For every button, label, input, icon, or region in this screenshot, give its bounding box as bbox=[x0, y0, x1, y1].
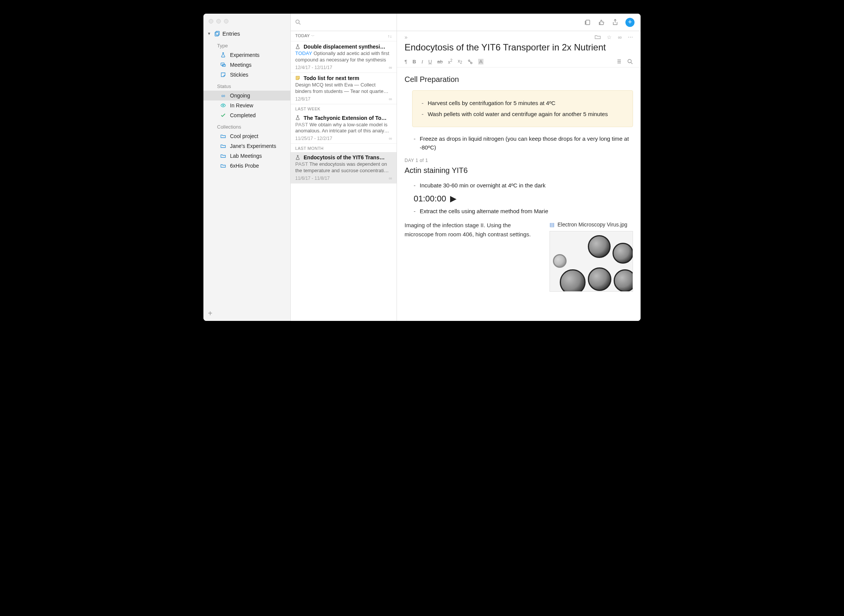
entry-date: 12/4/17 - 12/11/17 bbox=[295, 65, 332, 70]
svg-point-9 bbox=[628, 60, 631, 63]
window-controls bbox=[203, 14, 290, 27]
entry-list-item[interactable]: Double displacement synthesi…TODAY Optio… bbox=[291, 41, 397, 73]
search-input[interactable] bbox=[303, 19, 392, 25]
sidebar-item-meetings[interactable]: Meetings bbox=[203, 60, 290, 70]
sidebar-item-6xhis-probe[interactable]: 6xHis Probe bbox=[203, 161, 290, 171]
sidebar-item-completed[interactable]: Completed bbox=[203, 110, 290, 120]
imaging-text: Imaging of the infection stage II. Using… bbox=[405, 221, 540, 239]
list-search-bar bbox=[291, 14, 397, 31]
sidebar-item-label: Cool project bbox=[230, 133, 258, 139]
infinity-icon[interactable]: ∞ bbox=[618, 34, 622, 40]
sidebar-section-type-label: Type bbox=[203, 39, 290, 50]
infinity-icon: ∞ bbox=[389, 96, 392, 102]
note-meta-bar: » ☆ ∞ ⋯ bbox=[397, 31, 641, 42]
traffic-zoom[interactable] bbox=[224, 19, 228, 24]
sidebar-item-label: Meetings bbox=[230, 62, 252, 68]
content-toolbar: + bbox=[397, 14, 641, 31]
sidebar-item-label: Jane's Experiments bbox=[230, 143, 276, 149]
entry-list-item[interactable]: The Tachyonic Extension of To…PAST We ob… bbox=[291, 113, 397, 144]
infinity-icon: ∞ bbox=[389, 136, 392, 141]
sidebar-item-stickies[interactable]: Stickies bbox=[203, 70, 290, 80]
bold-button[interactable]: B bbox=[413, 59, 416, 64]
sidebar-item-label: Lab Meetings bbox=[230, 153, 262, 159]
timer[interactable]: 01:00:00 ▶ bbox=[414, 192, 633, 205]
callout-block: Harvest cells by centrifugation for 5 mi… bbox=[412, 90, 633, 127]
svg-rect-0 bbox=[215, 32, 218, 36]
list-sort-header: TODAY ﹀ ↑↓ bbox=[291, 31, 397, 41]
attachment-block[interactable]: ▤ Electron Microscopy Virus.jpg bbox=[550, 221, 633, 292]
svg-point-4 bbox=[223, 105, 224, 106]
traffic-close[interactable] bbox=[209, 19, 213, 24]
entry-list-item[interactable]: Todo list for next termDesign MCQ test w… bbox=[291, 73, 397, 104]
superscript-button[interactable]: x2 bbox=[448, 58, 453, 65]
disclosure-triangle-icon[interactable]: ▼ bbox=[207, 31, 211, 36]
italic-button[interactable]: I bbox=[421, 59, 423, 65]
entry-title: Double displacement synthesi… bbox=[304, 44, 386, 50]
sidebar-root-label: Entries bbox=[222, 30, 240, 37]
attachment-filename: Electron Microscopy Virus.jpg bbox=[557, 221, 627, 229]
eye-icon bbox=[220, 103, 226, 108]
infinity-icon: ∞ bbox=[389, 65, 392, 70]
list-group-label: LAST MONTH bbox=[291, 144, 397, 152]
thumbs-up-icon[interactable] bbox=[598, 19, 605, 26]
entry-preview: TODAY Optionally add acetic acid with fi… bbox=[295, 50, 392, 63]
entry-date: 11/6/17 - 11/8/17 bbox=[295, 176, 330, 181]
link-button[interactable] bbox=[468, 59, 473, 64]
sidebar-item-label: 6xHis Probe bbox=[230, 163, 259, 169]
traffic-minimize[interactable] bbox=[216, 19, 221, 24]
search-icon bbox=[295, 19, 301, 25]
play-icon[interactable]: ▶ bbox=[450, 192, 457, 205]
infinity-icon: ∞ bbox=[220, 93, 226, 99]
note-title[interactable]: Endocytosis of the YIT6 Transporter in 2… bbox=[397, 42, 641, 56]
sidebar-item-in-review[interactable]: In Review bbox=[203, 101, 290, 110]
section-heading: Cell Preparation bbox=[405, 74, 633, 85]
sidebar-item-experiments[interactable]: Experiments bbox=[203, 50, 290, 60]
sort-direction-toggle[interactable]: ↑↓ bbox=[387, 34, 392, 38]
outline-button[interactable] bbox=[616, 59, 622, 64]
paragraph-style-button[interactable]: ¶ bbox=[405, 59, 407, 64]
share-icon[interactable] bbox=[612, 19, 619, 26]
sidebar-section-collections-label: Collections bbox=[203, 120, 290, 131]
sidebar-root-entries[interactable]: ▼ Entries bbox=[203, 27, 290, 39]
entry-title: The Tachyonic Extension of To… bbox=[304, 115, 387, 121]
svg-rect-6 bbox=[586, 20, 590, 25]
sidebar-item-ongoing[interactable]: ∞ Ongoing bbox=[203, 91, 290, 101]
new-entry-button[interactable]: + bbox=[625, 18, 635, 27]
library-icon[interactable] bbox=[584, 19, 591, 26]
list-item: Incubate 30-60 min or overnight at 4ºC i… bbox=[412, 181, 633, 190]
entry-title: Todo list for next term bbox=[304, 75, 359, 81]
app-window: ▼ Entries Type Experiments Meetings Stic… bbox=[203, 14, 641, 321]
more-icon[interactable]: ⋯ bbox=[628, 34, 633, 40]
sort-mode-dropdown[interactable]: TODAY ﹀ bbox=[295, 33, 315, 39]
list-item: Freeze as drops in liquid nitrogen (you … bbox=[412, 135, 633, 152]
underline-button[interactable]: U bbox=[428, 59, 432, 64]
entries-icon bbox=[214, 31, 220, 37]
note-icon bbox=[295, 75, 301, 80]
sidebar-item-janes-experiments[interactable]: Jane's Experiments bbox=[203, 141, 290, 151]
highlight-button[interactable]: A bbox=[478, 59, 484, 64]
entry-list-item[interactable]: Endocytosis of the YIT6 Trans…PAST The e… bbox=[291, 152, 397, 184]
check-icon bbox=[220, 113, 226, 118]
svg-point-7 bbox=[468, 60, 470, 61]
note-body[interactable]: Cell Preparation Harvest cells by centri… bbox=[397, 68, 641, 299]
strikethrough-button[interactable]: ab bbox=[437, 59, 442, 64]
find-button[interactable] bbox=[627, 59, 633, 64]
breadcrumb-expand-icon[interactable]: » bbox=[405, 34, 408, 40]
section-heading: Actin staining YIT6 bbox=[405, 165, 633, 176]
flask-icon bbox=[295, 44, 301, 49]
star-icon[interactable]: ☆ bbox=[607, 34, 612, 40]
folder-icon[interactable] bbox=[595, 34, 601, 40]
sidebar-item-lab-meetings[interactable]: Lab Meetings bbox=[203, 151, 290, 161]
entry-date: 11/25/17 - 12/2/17 bbox=[295, 136, 332, 141]
folder-icon bbox=[220, 163, 226, 168]
folder-icon bbox=[220, 153, 226, 159]
entry-list-pane: TODAY ﹀ ↑↓ Double displacement synthesi…… bbox=[291, 14, 397, 321]
subscript-button[interactable]: x2 bbox=[458, 58, 462, 64]
callout-item: Wash pellets with cold water and centrif… bbox=[420, 110, 625, 119]
sidebar-item-cool-project[interactable]: Cool project bbox=[203, 131, 290, 141]
folder-icon bbox=[220, 143, 226, 149]
list-group-label: LAST WEEK bbox=[291, 104, 397, 113]
list-item: Extract the cells using alternate method… bbox=[412, 207, 633, 216]
sidebar: ▼ Entries Type Experiments Meetings Stic… bbox=[203, 14, 291, 321]
sidebar-add-button[interactable]: + bbox=[203, 306, 290, 321]
